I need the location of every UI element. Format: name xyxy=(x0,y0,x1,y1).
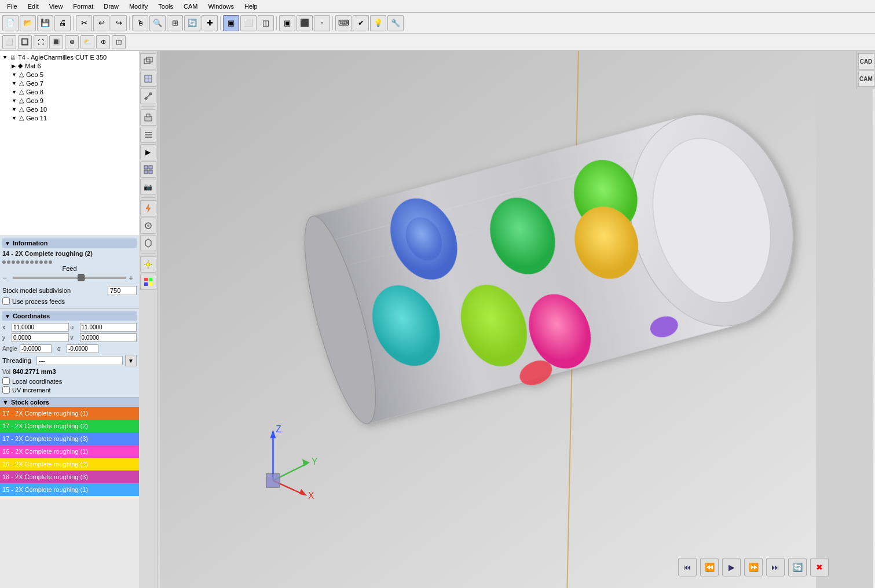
open-button[interactable]: 📂 xyxy=(20,15,36,31)
play-button[interactable]: ▶ xyxy=(722,558,741,576)
use-process-feeds-checkbox[interactable] xyxy=(2,297,10,305)
list-icon[interactable] xyxy=(140,127,156,143)
cad-tab[interactable]: CAD xyxy=(858,53,874,69)
view-button[interactable]: ◫ xyxy=(258,15,274,31)
tb2-btn6[interactable]: ⛅ xyxy=(80,35,94,49)
viewport[interactable]: Z Y X xyxy=(158,51,875,588)
tb2-btn1[interactable]: ⬜ xyxy=(2,35,16,49)
rewind-start-button[interactable]: ⏮ xyxy=(678,558,697,576)
angle-input[interactable] xyxy=(20,344,52,353)
redo-button[interactable]: ↪ xyxy=(111,15,127,31)
stock-color-item-0[interactable]: 17 - 2X Complete roughing (1) xyxy=(0,407,139,420)
menu-modify[interactable]: Modify xyxy=(125,2,152,11)
box2-button[interactable]: ⬛ xyxy=(296,15,313,31)
box1-button[interactable]: ▣ xyxy=(279,15,295,31)
rect-button[interactable]: ▣ xyxy=(223,15,239,31)
tb2-btn2[interactable]: 🔲 xyxy=(18,35,32,49)
new-button[interactable]: 📄 xyxy=(2,15,19,31)
menu-tools[interactable]: Tools xyxy=(153,2,178,11)
print-button[interactable]: 🖨 xyxy=(54,15,71,31)
refresh-button[interactable]: 🔄 xyxy=(788,558,807,576)
v-input[interactable] xyxy=(80,333,137,342)
cut-button[interactable]: ✂ xyxy=(76,15,92,31)
uv-increment-checkbox[interactable] xyxy=(2,386,10,394)
rewind-button[interactable]: ⏪ xyxy=(700,558,719,576)
tb2-btn7[interactable]: ⊕ xyxy=(96,35,110,49)
tb2-btn5[interactable]: ⊛ xyxy=(65,35,79,49)
hex-icon[interactable] xyxy=(140,235,156,251)
info-panel-header[interactable]: ▼ Information xyxy=(2,238,137,248)
add-button[interactable]: ✚ xyxy=(202,15,218,31)
fast-forward-button[interactable]: ⏩ xyxy=(744,558,763,576)
view-3d-icon[interactable] xyxy=(140,53,156,69)
tree-item-geo7[interactable]: ▼ △ Geo 7 xyxy=(2,79,137,87)
tree-item-geo9[interactable]: ▼ △ Geo 9 xyxy=(2,96,137,105)
threading-browse-button[interactable]: ▼ xyxy=(125,355,137,366)
tb2-btn4[interactable]: 🔳 xyxy=(49,35,63,49)
feed-minus-button[interactable]: − xyxy=(2,273,10,282)
stock-color-item-4[interactable]: 16 - 2X Complete roughing (2) xyxy=(0,458,139,471)
menu-edit[interactable]: Edit xyxy=(23,2,43,11)
x-input[interactable] xyxy=(12,323,69,332)
y-input[interactable] xyxy=(12,333,69,342)
tb2-btn3[interactable]: ⛶ xyxy=(34,35,47,49)
stock-color-item-1[interactable]: 17 - 2X Complete roughing (2) xyxy=(0,420,139,432)
cut-icon[interactable] xyxy=(140,88,156,104)
menu-windows[interactable]: Windows xyxy=(203,2,239,11)
menu-view[interactable]: View xyxy=(45,2,68,11)
menu-draw[interactable]: Draw xyxy=(99,2,123,11)
tree-item-geo11[interactable]: ▼ △ Geo 11 xyxy=(2,113,137,122)
tree-item-geo5[interactable]: ▼ △ Geo 5 xyxy=(2,70,137,79)
tree-item-mat6[interactable]: ▶ ◆ Mat 6 xyxy=(2,61,137,70)
dot-9 xyxy=(39,260,43,264)
alpha-input[interactable] xyxy=(67,344,98,353)
local-coords-checkbox[interactable] xyxy=(2,377,10,385)
stop-button[interactable]: ✖ xyxy=(810,558,829,576)
tree-item-geo8[interactable]: ▼ △ Geo 8 xyxy=(2,87,137,96)
stock-color-item-5[interactable]: 16 - 2X Complete roughing (3) xyxy=(0,471,139,483)
camera-icon[interactable]: 📷 xyxy=(140,179,156,195)
square-button[interactable]: ⬜ xyxy=(240,15,257,31)
box3-button[interactable]: ▫ xyxy=(314,15,330,31)
stock-colors-header[interactable]: ▼ Stock colors xyxy=(0,398,139,407)
stock-color-item-6[interactable]: 15 - 2X Complete roughing (1) xyxy=(0,483,139,496)
bright-icon[interactable] xyxy=(140,256,156,273)
save-button[interactable]: 💾 xyxy=(37,15,53,31)
feed-slider-thumb[interactable] xyxy=(78,274,85,281)
select-button[interactable]: 🖱 xyxy=(132,15,148,31)
u-input[interactable] xyxy=(80,323,137,332)
rotate-button[interactable]: 🔄 xyxy=(184,15,200,31)
flash-icon[interactable] xyxy=(140,200,156,216)
machine-icon[interactable] xyxy=(140,109,156,126)
menu-format[interactable]: Format xyxy=(68,2,98,11)
playback-controls: ⏮ ⏪ ▶ ⏩ ⏭ 🔄 ✖ xyxy=(678,558,829,576)
fit-button[interactable]: ⊞ xyxy=(167,15,183,31)
tool-icon[interactable] xyxy=(140,218,156,234)
stock-color-item-2[interactable]: 17 - 2X Complete roughing (3) xyxy=(0,432,139,445)
zoom-button[interactable]: 🔍 xyxy=(149,15,166,31)
threading-input[interactable] xyxy=(36,356,123,365)
cam-tab[interactable]: CAM xyxy=(858,71,874,87)
play-icon[interactable]: ▶ xyxy=(140,144,156,160)
undo-button[interactable]: ↩ xyxy=(93,15,109,31)
stock-subdivision-input[interactable] xyxy=(108,286,137,295)
wrench-button[interactable]: 🔧 xyxy=(387,15,404,31)
root-expand-icon[interactable]: ▼ xyxy=(2,54,8,60)
keyboard-button[interactable]: ⌨ xyxy=(335,15,352,31)
forward-end-button[interactable]: ⏭ xyxy=(766,558,785,576)
tree-item-geo10[interactable]: ▼ △ Geo 10 xyxy=(2,105,137,113)
color-palette-icon[interactable] xyxy=(140,274,156,290)
stock-color-item-3[interactable]: 16 - 2X Complete roughing (1) xyxy=(0,445,139,458)
coords-panel-header[interactable]: ▼ Coordinates xyxy=(2,311,137,321)
plane-icon[interactable] xyxy=(140,71,156,87)
feed-slider[interactable] xyxy=(13,277,126,279)
menu-file[interactable]: File xyxy=(2,2,22,11)
check-button[interactable]: ✔ xyxy=(353,15,369,31)
tb2-btn8[interactable]: ◫ xyxy=(112,35,126,49)
grid-icon[interactable] xyxy=(140,161,156,178)
light-button[interactable]: 💡 xyxy=(370,15,386,31)
feed-plus-button[interactable]: + xyxy=(129,273,137,282)
menu-help[interactable]: Help xyxy=(240,2,262,11)
menu-cam[interactable]: CAM xyxy=(179,2,202,11)
tree-root[interactable]: ▼ 🖥 T4 - AgieCharmilles CUT E 350 xyxy=(2,53,137,61)
